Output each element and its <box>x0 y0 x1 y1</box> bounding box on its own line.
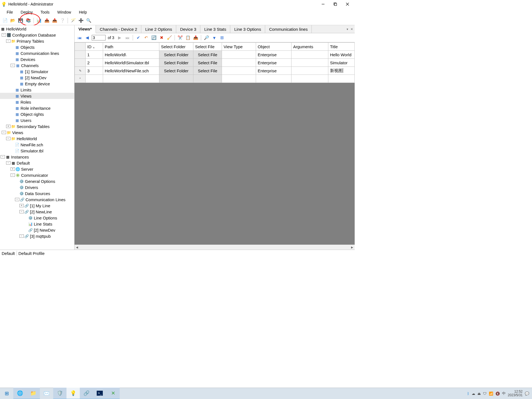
tree-myline[interactable]: +🔗[1] My Line <box>0 203 74 209</box>
tab-views[interactable]: Views* <box>75 25 96 33</box>
search-button[interactable]: 🔍 <box>85 17 92 24</box>
minimize-button[interactable] <box>317 0 329 8</box>
tree-cfg-db[interactable]: −🗄️Configuration Database <box>0 32 74 38</box>
cell-path[interactable]: HelloWorld\Simulator.tbl <box>103 59 159 67</box>
cell-view-type[interactable] <box>222 67 256 75</box>
add-button[interactable]: ➕ <box>78 17 84 24</box>
row-selector[interactable] <box>75 59 86 67</box>
close-button[interactable] <box>341 0 354 8</box>
cell-object[interactable]: Enterprise <box>256 59 291 67</box>
tree-line-options[interactable]: ⚙️Line Options <box>0 215 74 221</box>
table-row[interactable]: 2 HelloWorld\Simulator.tbl Select Folder… <box>75 59 355 67</box>
menu-file[interactable]: File <box>3 9 17 16</box>
cell-title[interactable]: Simulator <box>328 59 355 67</box>
maximize-button[interactable] <box>329 0 341 8</box>
col-view-type[interactable]: View Type <box>222 43 256 51</box>
cell-select-folder[interactable]: Select Folder <box>159 59 193 67</box>
tab-line3-stats[interactable]: Line 3 Stats <box>200 25 230 33</box>
open-button[interactable]: 📂 <box>9 17 16 24</box>
tree-newdev2[interactable]: 🔗[2] NewDev <box>0 227 74 233</box>
cell-id[interactable]: 3 <box>86 67 103 75</box>
project-tree[interactable]: ▦HelloWorld −🗄️Configuration Database −📁… <box>0 25 75 250</box>
tree-communication-lines[interactable]: −🔗Communication Lines <box>0 196 74 203</box>
props-button[interactable]: ⊞ <box>219 34 225 41</box>
nav-last-button[interactable]: ⏭ <box>124 34 131 41</box>
scroll-left-icon[interactable]: ◀ <box>75 246 80 249</box>
horizontal-scrollbar[interactable]: ◀ ▶ <box>75 245 355 250</box>
table-row[interactable]: ✎ 3 HelloWorld\NewFile.sch Select Folder… <box>75 67 355 75</box>
menu-window[interactable]: Window <box>53 9 75 16</box>
cell-view-type[interactable] <box>222 59 256 67</box>
cut-button[interactable]: ✂️ <box>177 34 183 41</box>
cell-id[interactable]: 2 <box>86 59 103 67</box>
apply-button[interactable]: ✔ <box>135 34 142 41</box>
menu-help[interactable]: Help <box>75 9 91 16</box>
row-selector[interactable] <box>75 51 86 59</box>
tree-general-options[interactable]: ⚙️General Options <box>0 178 74 184</box>
tree-data-sources[interactable]: ⚙️Data Sources <box>0 190 74 196</box>
tree-channels[interactable]: −▦Channels <box>0 62 74 68</box>
tree-line-stats[interactable]: 📊Line Stats <box>0 221 74 227</box>
cell-select-folder[interactable]: Select Folder <box>159 67 193 75</box>
tree-views-root[interactable]: −📁Views <box>0 129 74 135</box>
nav-first-button[interactable]: ⏮ <box>76 34 83 41</box>
row-selector-new[interactable]: * <box>75 75 86 83</box>
tree-secondary-tables[interactable]: +📁Secondary Tables <box>0 123 74 129</box>
cell-object[interactable]: Enterprise <box>256 51 291 59</box>
cell-path[interactable]: HelloWorld\ <box>103 51 159 59</box>
tool-btn-2[interactable]: 📥 <box>51 17 58 24</box>
tree-role-inheritance[interactable]: ▦Role inheritance <box>0 105 74 111</box>
cell-title[interactable]: 新视图 <box>328 67 355 75</box>
tab-communication-lines[interactable]: Communication lines <box>265 25 312 33</box>
cell-select-file[interactable]: Select File <box>193 67 222 75</box>
cell-object[interactable]: Enterprise <box>256 67 291 75</box>
tree-mqttpub[interactable]: −🔗[3] mqttpub <box>0 233 74 239</box>
tool-btn-1[interactable]: 📤 <box>44 17 50 24</box>
cell-view-type[interactable] <box>222 51 256 59</box>
find-button[interactable]: 🔎 <box>203 34 210 41</box>
col-title[interactable]: Title <box>328 43 355 51</box>
save-button[interactable]: 💾 <box>17 17 24 24</box>
menu-deploy[interactable]: Deploy <box>17 9 37 16</box>
tab-channels-dev2[interactable]: Channels - Device 2 <box>96 25 141 33</box>
tree-root[interactable]: ▦HelloWorld <box>0 26 74 32</box>
col-select-folder[interactable]: Select Folder <box>159 43 193 51</box>
tree-limits[interactable]: ▦Limits <box>0 87 74 93</box>
nav-prev-button[interactable]: ◀ <box>84 34 91 41</box>
tab-line2-options[interactable]: Line 2 Options <box>141 25 176 33</box>
help-button[interactable]: ❔ <box>59 17 66 24</box>
menu-tools[interactable]: Tools <box>37 9 53 16</box>
clear-button[interactable]: 🧹 <box>166 34 173 41</box>
chart-button[interactable]: 📊 <box>36 17 42 24</box>
tree-roles[interactable]: ▦Roles <box>0 99 74 105</box>
paste-button[interactable]: 📥 <box>192 34 199 41</box>
col-object[interactable]: Object <box>256 43 291 51</box>
tree-communicator[interactable]: −✳️Communicator <box>0 172 74 178</box>
tree-views[interactable]: ▦Views <box>0 93 74 99</box>
tree-commlines[interactable]: ▦Communication lines <box>0 50 74 56</box>
table-row-new[interactable]: * <box>75 75 355 83</box>
col-id[interactable]: ID▲ <box>86 43 103 51</box>
tab-overflow[interactable]: ▾✕ <box>312 25 355 33</box>
table-row[interactable]: 1 HelloWorld\ Select Folder Select File … <box>75 51 355 59</box>
filter-button[interactable]: ▼ <box>211 34 218 41</box>
tree-users[interactable]: ▦Users <box>0 117 74 123</box>
scroll-right-icon[interactable]: ▶ <box>350 246 355 249</box>
cell-select-folder[interactable]: Select Folder <box>159 51 193 59</box>
row-selector-editing[interactable]: ✎ <box>75 67 86 75</box>
cell-arguments[interactable] <box>291 51 328 59</box>
tree-object-rights[interactable]: ▦Object rights <box>0 111 74 117</box>
data-grid[interactable]: ID▲ Path Select Folder Select File View … <box>75 42 355 83</box>
cell-arguments[interactable] <box>291 59 328 67</box>
new-button[interactable]: 📄 <box>2 17 8 24</box>
tree-drivers[interactable]: ⚙️Drivers <box>0 184 74 190</box>
save-all-button[interactable]: 📚 <box>25 17 32 24</box>
tree-devices[interactable]: ▦Devices <box>0 56 74 62</box>
col-path[interactable]: Path <box>103 43 159 51</box>
record-position-input[interactable] <box>92 35 106 40</box>
tree-primary-tables[interactable]: −📁Primary Tables <box>0 38 74 44</box>
copy-button[interactable]: 📋 <box>185 34 191 41</box>
cell-path[interactable]: HelloWorld\NewFile.sch <box>103 67 159 75</box>
tree-simulator-tbl[interactable]: 📄Simulator.tbl <box>0 148 74 154</box>
tree-newfile-sch[interactable]: 📄NewFile.sch <box>0 142 74 148</box>
